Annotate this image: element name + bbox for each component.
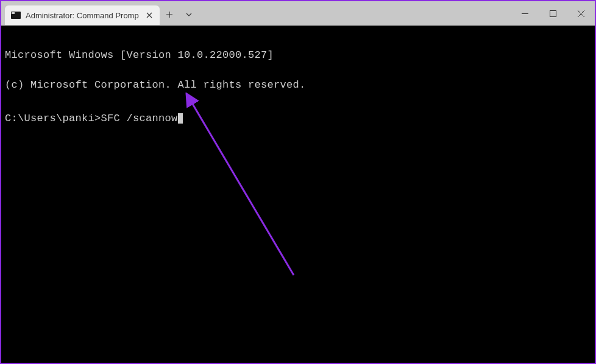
maximize-icon <box>550 10 556 17</box>
close-window-button[interactable] <box>567 1 595 26</box>
prompt-line: C:\Users\panki>SFC /scannow <box>5 111 591 127</box>
close-icon <box>146 12 152 18</box>
window-titlebar: Administrator: Command Promp <box>1 1 595 26</box>
tab-dropdown-button[interactable] <box>179 5 199 24</box>
close-tab-button[interactable] <box>144 10 155 21</box>
prompt-path: C:\Users\panki> <box>5 113 101 124</box>
titlebar-left: Administrator: Command Promp <box>1 1 199 26</box>
cmd-icon <box>11 12 21 19</box>
version-line: Microsoft Windows [Version 10.0.22000.52… <box>5 48 591 63</box>
minimize-icon <box>522 10 528 17</box>
svg-rect-0 <box>550 10 556 16</box>
maximize-button[interactable] <box>539 1 567 26</box>
tab-title: Administrator: Command Promp <box>26 11 139 20</box>
copyright-line: (c) Microsoft Corporation. All rights re… <box>5 78 591 93</box>
new-tab-button[interactable] <box>160 5 179 24</box>
terminal-output[interactable]: Microsoft Windows [Version 10.0.22000.52… <box>1 26 595 149</box>
window-controls <box>511 1 595 26</box>
plus-icon <box>166 11 173 18</box>
chevron-down-icon <box>185 11 193 18</box>
terminal-tab[interactable]: Administrator: Command Promp <box>5 5 160 25</box>
text-cursor <box>178 113 183 124</box>
command-text: SFC /scannow <box>101 113 178 124</box>
minimize-button[interactable] <box>511 1 539 26</box>
close-icon <box>578 10 584 17</box>
